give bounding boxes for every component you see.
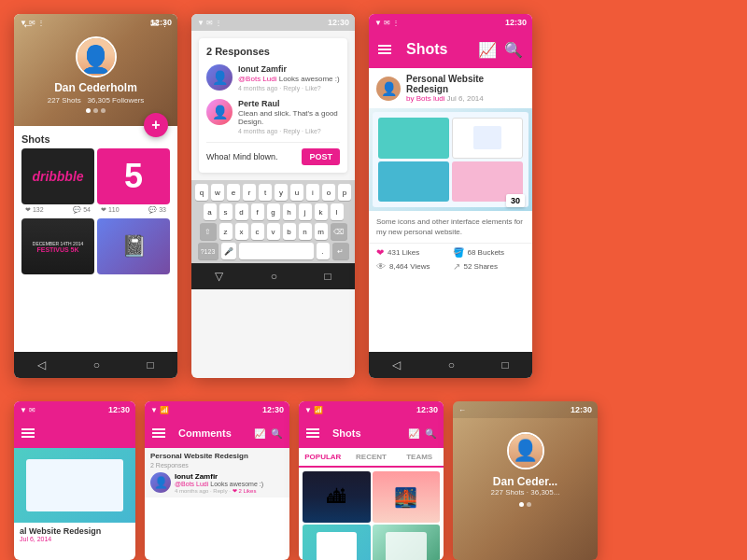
shot-date: Jul 6, 2014 (447, 94, 484, 103)
chart-icon-6[interactable]: 📈 (408, 428, 419, 439)
shot-user-row: 👤 Personal Website Redesign by Bots ludi… (369, 68, 532, 108)
key-s[interactable]: s (219, 203, 233, 220)
key-numbers[interactable]: ?123 (198, 243, 218, 259)
key-d[interactable]: d (235, 203, 248, 220)
key-mic[interactable]: 🎤 (221, 243, 236, 259)
comment-item-2: 👤 Perte Raul Clean and slick. That's a g… (206, 99, 340, 134)
nav-recent-3[interactable]: □ (502, 358, 509, 371)
comment-body-1: Looks awesome :) (279, 75, 340, 83)
commenter-name-5: Ionut Zamfir (175, 472, 263, 481)
kb-row-1: q w e r t y u i o p (195, 184, 351, 201)
shots-tile-4[interactable] (373, 525, 441, 560)
search-icon[interactable]: 🔍 (504, 41, 523, 59)
tab-popular[interactable]: POPULAR (299, 448, 347, 468)
comment-content-2: Perte Raul Clean and slick. That's a goo… (238, 99, 340, 134)
shot-tile-2[interactable]: 5 ❤ 110 💬 33 (97, 148, 170, 216)
shot-description-area: Some icons and other interface elements … (369, 211, 532, 243)
key-j[interactable]: j (299, 203, 312, 220)
tab-teams[interactable]: TEAMS (395, 448, 444, 466)
tile4-image (373, 525, 441, 560)
hamburger-6[interactable] (306, 428, 319, 438)
shot-tile-4[interactable]: 📓 (97, 218, 170, 274)
key-t[interactable]: t (259, 184, 272, 201)
nav-back-icon-2[interactable]: ▽ (215, 270, 223, 283)
key-c[interactable]: c (251, 223, 264, 240)
key-g[interactable]: g (267, 203, 280, 220)
chart-icon-5[interactable]: 📈 (254, 428, 265, 439)
phone-profile: ▼ ✉ ⋮ 12:30 ← ✉ ⋮ Dan Cederholm 227 Shot… (14, 14, 177, 378)
meta-text-5: 4 months ago · Reply · (175, 488, 231, 494)
nav-home-icon[interactable]: ○ (93, 358, 100, 371)
key-m[interactable]: m (315, 223, 328, 240)
post-area: Whoa! Mind blown. POST (206, 142, 340, 165)
status-time: 12:30 (150, 18, 172, 27)
back-label-7[interactable]: ← (458, 406, 466, 414)
search-icon-6[interactable]: 🔍 (425, 428, 436, 439)
shot-tile-3[interactable]: DECEMBER 14TH 2014 FESTIVUS 5K (21, 218, 94, 274)
key-u[interactable]: u (290, 184, 303, 201)
key-w[interactable]: w (211, 184, 224, 201)
key-k[interactable]: k (315, 203, 328, 220)
key-x[interactable]: x (235, 223, 248, 240)
responses-badge: 30 (506, 194, 525, 207)
nav-back-icon[interactable]: ◁ (37, 358, 46, 371)
nav-recent-icon[interactable]: □ (148, 358, 154, 371)
shots-tile-city[interactable]: 🏙 (303, 471, 371, 523)
shot-author: Bots ludi (416, 94, 445, 103)
keyboard[interactable]: q w e r t y u i o p a s d f g h j k l ⇧ … (191, 180, 355, 263)
metric-buckets: 🪣 68 Buckets (453, 247, 526, 258)
status-bar-7: ← 12:30 (453, 401, 598, 418)
hamburger-4[interactable] (21, 428, 35, 438)
key-f[interactable]: f (251, 203, 264, 220)
likes-1: ❤ 132 (25, 206, 44, 214)
key-o[interactable]: o (322, 184, 335, 201)
phone-bottom-3: ▼ 📶 12:30 Shots 📈 🔍 POPULAR RECENT TEAMS… (299, 401, 444, 560)
comment-avatar-1: 👤 (206, 64, 233, 91)
key-enter[interactable]: ↵ (332, 243, 349, 259)
menu-icon[interactable] (378, 45, 391, 54)
comment-meta-1: 4 months ago · Reply · Like? (238, 85, 340, 91)
key-a[interactable]: a (204, 203, 217, 220)
shot-tile-1[interactable]: dribbble ❤ 132 💬 54 (21, 148, 94, 216)
shots-tile-bridge[interactable]: 🌉 (373, 471, 441, 523)
key-space[interactable] (239, 243, 314, 259)
post-input[interactable]: Whoa! Mind blown. (206, 152, 296, 161)
pdot-2 (527, 502, 531, 507)
comment-content-1: Ionut Zamfir @Bots Ludi Looks awesome :)… (238, 64, 340, 91)
key-v[interactable]: v (267, 223, 280, 240)
fab-add-button[interactable]: + (144, 113, 168, 137)
shot-info-4: al Website Redesign Jul 6, 2014 (14, 523, 135, 546)
key-q[interactable]: q (195, 184, 208, 201)
key-n[interactable]: n (299, 223, 312, 240)
nav-home-3[interactable]: ○ (448, 358, 455, 371)
tab-recent[interactable]: RECENT (347, 448, 396, 466)
key-period[interactable]: . (317, 243, 330, 259)
key-backspace[interactable]: ⌫ (331, 223, 347, 240)
shots-tile-ui[interactable] (303, 525, 371, 560)
profile-content-7: 👤 Dan Ceder... 227 Shots · 36,305... (453, 418, 598, 521)
key-i[interactable]: i (306, 184, 319, 201)
key-r[interactable]: r (243, 184, 256, 201)
key-shift[interactable]: ⇧ (200, 223, 217, 240)
shot-stats-2: ❤ 110 💬 33 (97, 204, 170, 216)
key-p[interactable]: p (338, 184, 351, 201)
key-l[interactable]: l (331, 203, 344, 220)
comment-row-5: 👤 Ionut Zamfir @Bots Ludi Looks awesome … (150, 472, 284, 494)
key-h[interactable]: h (283, 203, 296, 220)
search-icon-5[interactable]: 🔍 (271, 428, 282, 439)
key-z[interactable]: z (219, 223, 233, 240)
shots-grid: dribbble ❤ 132 💬 54 5 ❤ 110 💬 33 DECEMBE… (14, 148, 177, 274)
nav-bar: ◁ ○ □ (14, 352, 177, 378)
nav-back-3[interactable]: ◁ (392, 358, 401, 371)
chart-icon[interactable]: 📈 (478, 41, 497, 59)
post-button[interactable]: POST (302, 148, 340, 165)
nav-recent-icon-2[interactable]: □ (325, 270, 331, 283)
header-title-5: Comments (178, 427, 232, 439)
key-y[interactable]: y (275, 184, 288, 201)
responses-5: 2 Responses (150, 462, 284, 469)
key-e[interactable]: e (227, 184, 240, 201)
nav-home-icon-2[interactable]: ○ (271, 270, 277, 283)
header-6: Shots 📈 🔍 (299, 418, 444, 448)
hamburger-5[interactable] (152, 428, 165, 438)
key-b[interactable]: b (283, 223, 296, 240)
